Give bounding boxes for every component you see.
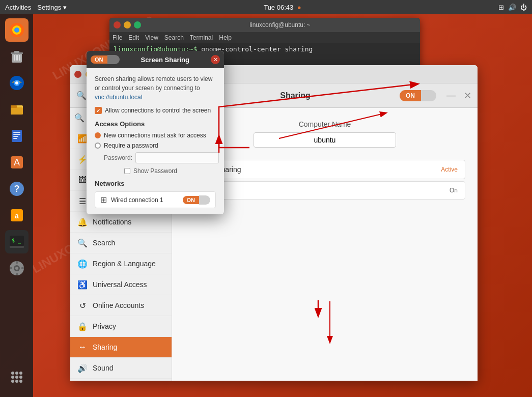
svg-text:$ _: $ _ <box>12 238 21 244</box>
svg-point-39 <box>11 376 14 379</box>
terminal-close-btn[interactable] <box>114 21 121 29</box>
settings-close-header[interactable]: ✕ <box>464 90 471 101</box>
region-icon: 🌐 <box>77 259 88 269</box>
sidebar-item-search[interactable]: 🔍 Search <box>70 233 172 253</box>
terminal-title: linuxconfig@ubuntu: ~ <box>144 21 416 29</box>
sidebar-label-region: Region & Language <box>93 260 156 268</box>
dialog-close-btn[interactable]: ✕ <box>211 55 220 64</box>
radio-require-password[interactable]: Require a password <box>95 142 216 149</box>
svg-rect-13 <box>11 107 23 115</box>
dialog-toggle-on[interactable]: ON <box>91 55 107 64</box>
svg-rect-7 <box>16 55 18 61</box>
sidebar-label-privacy: Privacy <box>93 322 116 330</box>
sharing-item-2[interactable]: On <box>184 181 465 200</box>
settings-toggle[interactable]: ON <box>400 90 436 101</box>
help-icon[interactable]: ? <box>5 177 29 201</box>
dialog-title: Screen Sharing <box>124 56 207 64</box>
allow-connections-checkbox[interactable]: ✓ <box>95 107 102 114</box>
network-wired-icon: ⊞ <box>100 195 107 205</box>
network-toggle[interactable]: ON <box>183 195 211 205</box>
terminal-minimize-btn[interactable] <box>124 21 131 29</box>
files-icon[interactable] <box>5 98 29 121</box>
svg-text:A: A <box>13 157 19 167</box>
network-toggle-off[interactable] <box>199 195 210 205</box>
taskbar: A ? a $ _ <box>0 14 33 397</box>
settings-toggle-on[interactable]: ON <box>400 90 421 101</box>
amazon-icon[interactable]: a <box>5 204 29 227</box>
terminal-menu-edit[interactable]: Edit <box>128 34 139 41</box>
terminal-maximize-btn[interactable] <box>134 21 141 29</box>
terminal-menu-view[interactable]: View <box>145 34 158 41</box>
search-icon[interactable]: 🔍 <box>76 91 87 100</box>
svg-text:?: ? <box>14 184 19 194</box>
activities-button[interactable]: Activities <box>5 4 31 11</box>
sidebar-item-power[interactable]: ⚡ Power <box>70 379 172 381</box>
privacy-icon: 🔒 <box>77 321 88 331</box>
terminal-menu-terminal[interactable]: Terminal <box>190 34 213 41</box>
universal-access-icon: ♿ <box>77 279 88 290</box>
network-toggle-on[interactable]: ON <box>183 196 200 204</box>
bluetooth-icon: ⚡ <box>77 154 88 164</box>
dialog-toggle[interactable]: ON <box>91 55 120 64</box>
svg-rect-32 <box>16 261 18 264</box>
sound-settings-icon: 🔊 <box>77 363 88 373</box>
terminal-menu-help[interactable]: Help <box>219 34 232 41</box>
svg-rect-17 <box>13 134 20 135</box>
svg-rect-14 <box>11 105 17 108</box>
svg-point-41 <box>19 376 22 379</box>
radio-new-connections[interactable]: New connections must ask for access <box>95 132 216 139</box>
terminal-menu-search[interactable]: Search <box>164 34 184 41</box>
svg-rect-18 <box>13 136 18 137</box>
sidebar-item-sound[interactable]: 🔊 Sound <box>70 358 172 379</box>
sidebar-label-online-accounts: Online Accounts <box>93 301 144 309</box>
settings-minimize-header[interactable]: — <box>446 90 456 101</box>
show-password-label: Show Password <box>133 167 177 175</box>
sidebar-item-privacy[interactable]: 🔒 Privacy <box>70 316 172 337</box>
app-grid-button[interactable] <box>5 365 29 389</box>
thunderbird-icon[interactable] <box>5 71 29 95</box>
power-icon[interactable]: ⏻ <box>520 4 527 11</box>
trash-icon[interactable] <box>5 45 29 68</box>
dialog-description: Screen sharing allows remote users to vi… <box>95 74 216 102</box>
computer-name-input[interactable] <box>254 132 396 148</box>
show-password-checkbox[interactable] <box>124 168 130 174</box>
datetime: Tue 06:43 <box>264 4 293 11</box>
svg-point-44 <box>19 380 22 383</box>
sidebar-label-sharing: Sharing <box>93 343 117 351</box>
svg-point-36 <box>11 372 14 375</box>
svg-rect-8 <box>19 55 20 61</box>
network-icon[interactable]: ⊞ <box>498 4 504 11</box>
settings-page-title: Sharing <box>197 91 394 100</box>
dock-icon: ☰ <box>77 196 88 206</box>
radio-new-connections-label: New connections must ask for access <box>104 132 206 139</box>
dialog-body: Screen sharing allows remote users to vi… <box>87 68 224 214</box>
svg-point-11 <box>15 81 18 84</box>
allow-connections-label: Allow connections to control the screen <box>105 107 211 114</box>
settings-toggle-off[interactable] <box>421 90 436 101</box>
terminal-icon[interactable]: $ _ <box>5 230 29 253</box>
writer-icon[interactable] <box>5 124 29 148</box>
terminal-menu-file[interactable]: File <box>113 34 122 41</box>
sidebar-item-universal-access[interactable]: ♿ Universal Access <box>70 274 172 295</box>
screen-sharing-item[interactable]: Screen Sharing Active <box>184 160 465 179</box>
firefox-icon[interactable] <box>5 18 29 42</box>
sidebar-item-notifications[interactable]: 🔔 Notifications <box>70 212 172 233</box>
settings-icon[interactable] <box>5 257 29 280</box>
settings-close-btn[interactable] <box>74 71 81 78</box>
sound-icon[interactable]: 🔊 <box>508 4 516 11</box>
dialog-toggle-off[interactable] <box>107 55 120 64</box>
notifications-icon: 🔔 <box>77 217 88 227</box>
sidebar-item-region[interactable]: 🌐 Region & Language <box>70 253 172 274</box>
software-icon[interactable]: A <box>5 151 29 174</box>
sidebar-item-sharing[interactable]: ↔ Sharing <box>70 337 172 358</box>
settings-menu[interactable]: Settings ▾ <box>37 4 67 11</box>
sidebar-item-online-accounts[interactable]: ↺ Online Accounts <box>70 295 172 316</box>
desktop: LINUXCONFIG.ORG LINUXCONFIG.ORG LINUXCON… <box>0 0 532 397</box>
password-input[interactable] <box>135 152 219 163</box>
sharing-list: Screen Sharing Active On <box>184 160 465 200</box>
radio-require-password-dot <box>95 143 101 149</box>
dialog-vnc-link[interactable]: vnc://ubuntu.local <box>95 94 142 101</box>
online-accounts-icon: ↺ <box>77 300 88 310</box>
svg-point-37 <box>15 372 18 375</box>
svg-rect-5 <box>14 51 19 53</box>
